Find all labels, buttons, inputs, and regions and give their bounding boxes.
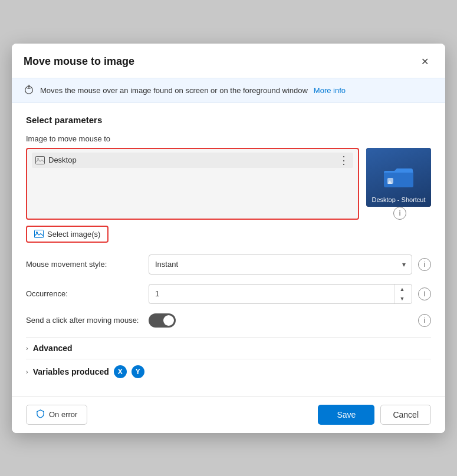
banner-text: Moves the mouse over an image found on s… [40,86,308,95]
dialog-header: Move mouse to image ✕ [12,44,445,78]
occurrence-spinner: 1 ▲ ▼ [149,284,412,304]
variables-chevron-icon: › [26,368,28,375]
footer-right: Save Cancel [318,405,431,425]
svg-point-5 [37,158,39,160]
variables-label: Variables produced [33,367,109,376]
chevron-down-icon: ▾ [402,260,406,269]
svg-rect-4 [36,156,45,164]
send-click-row: Send a click after moving mouse: i [26,313,431,328]
mouse-movement-dropdown[interactable]: Instant ▾ [149,254,412,275]
variables-section[interactable]: › Variables produced X Y [26,359,431,384]
occurrence-label: Occurrence: [26,289,144,298]
select-images-label: Select image(s) [47,230,100,239]
preview-panel: Desktop - Shortcut i [366,148,431,220]
send-click-toggle[interactable] [149,313,176,328]
dialog-title: Move mouse to image [24,55,134,68]
advanced-label: Advanced [33,343,73,353]
variable-x-badge: X [114,365,127,378]
image-select-area: Desktop ⋮ [26,148,431,220]
spinner-up-button[interactable]: ▲ [395,285,409,294]
shield-icon [36,409,45,420]
occurrence-value: 1 [155,289,159,298]
mouse-movement-info-button[interactable]: i [418,258,431,271]
mouse-movement-value: Instant [155,260,178,269]
mouse-movement-label: Mouse movement style: [26,260,144,269]
svg-point-3 [28,85,30,87]
cancel-button[interactable]: Cancel [380,405,431,425]
on-error-button[interactable]: On error [26,405,87,425]
mouse-icon [24,84,34,97]
occurrence-row: Occurrence: 1 ▲ ▼ i [26,284,431,304]
dialog-body: Select parameters Image to move mouse to [12,103,445,396]
advanced-section[interactable]: › Advanced [26,337,431,359]
select-image-icon [34,230,44,238]
select-images-button[interactable]: Select image(s) [26,226,109,243]
preview-thumbnail: Desktop - Shortcut [366,148,431,207]
preview-info-button[interactable]: i [393,207,406,220]
close-button[interactable]: ✕ [416,53,433,71]
advanced-chevron-icon: › [26,345,28,352]
list-item[interactable]: Desktop ⋮ [32,153,353,168]
svg-point-10 [36,232,38,233]
send-click-info-button[interactable]: i [418,314,431,327]
send-click-label: Send a click after moving mouse: [26,316,144,325]
dialog-footer: On error Save Cancel [12,396,445,433]
variable-y-badge: Y [131,365,144,378]
spinner-down-button[interactable]: ▼ [395,294,409,303]
occurrence-info-button[interactable]: i [418,287,431,300]
svg-rect-9 [35,230,44,238]
image-label: Image to move mouse to [26,134,431,143]
image-list-box: Desktop ⋮ [26,148,359,220]
more-info-link[interactable]: More info [314,86,346,95]
save-button[interactable]: Save [318,405,374,425]
mouse-movement-row: Mouse movement style: Instant ▾ i [26,254,431,275]
image-file-icon [35,156,45,164]
desktop-preview-icon [383,165,415,190]
image-item-name: Desktop [48,156,77,164]
dialog: Move mouse to image ✕ Moves the mouse ov… [12,44,445,433]
section-title: Select parameters [26,115,431,125]
on-error-label: On error [49,410,77,419]
context-menu-dots[interactable]: ⋮ [338,155,350,166]
info-banner: Moves the mouse over an image found on s… [12,78,445,103]
preview-label: Desktop - Shortcut [366,196,431,203]
